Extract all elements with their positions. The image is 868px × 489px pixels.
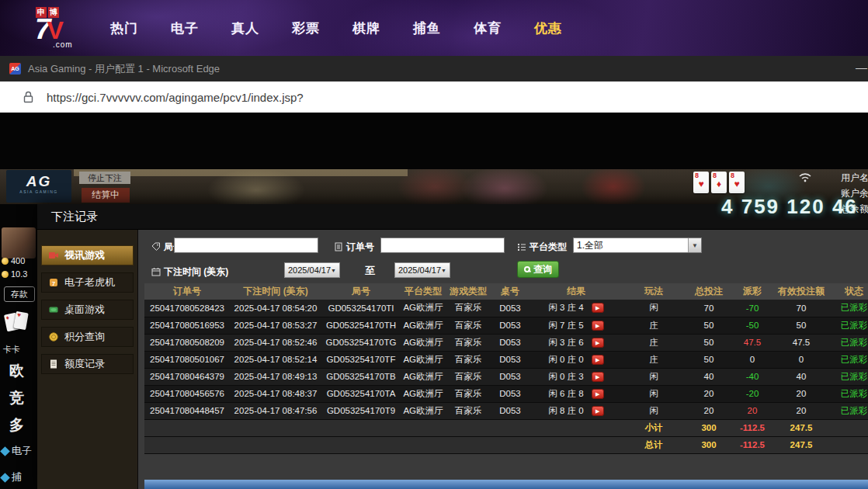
browser-urlbar[interactable]: https://gci.7vvvvvv.com/agingame/pcv1/in… bbox=[0, 82, 868, 113]
cell-valid: 40 bbox=[772, 368, 831, 385]
cell-game: 百家乐 bbox=[446, 300, 491, 317]
replay-button[interactable]: ▶ bbox=[592, 338, 604, 348]
nav-item-board[interactable]: 棋牌 bbox=[352, 19, 380, 37]
nav-item-sports[interactable]: 体育 bbox=[474, 19, 502, 37]
site-logo[interactable]: 申 博 7 V .com bbox=[34, 7, 92, 50]
lobby-left-sidebar: 400 10.3 存款 ♦ ♥ 卡卡 欧 竞 多 电子 捕 bbox=[0, 221, 37, 489]
cell-platform: AG欧洲厅 bbox=[401, 402, 446, 419]
chevron-down-icon: ▼ bbox=[688, 238, 701, 252]
cell-play: 庄 bbox=[623, 334, 685, 351]
cell-valid: 50 bbox=[772, 317, 831, 334]
bet-row: 2504170805284232025-04-17 08:54:20GD0532… bbox=[144, 300, 868, 317]
cell-valid: 47.5 bbox=[772, 334, 831, 351]
bet-row: 2504170805169532025-04-17 08:53:27GD0532… bbox=[144, 317, 868, 334]
cell-time: 2025-04-17 08:48:37 bbox=[230, 385, 321, 402]
ag-logo-text: AG bbox=[6, 174, 71, 189]
logo-v: V bbox=[47, 18, 64, 43]
column-header: 结果 bbox=[529, 283, 623, 300]
replay-button[interactable]: ▶ bbox=[592, 389, 604, 399]
url-text[interactable]: https://gci.7vvvvvv.com/agingame/pcv1/in… bbox=[47, 91, 304, 104]
points-coin-icon bbox=[48, 331, 59, 342]
panel-footer-bar bbox=[144, 480, 868, 489]
bet-row: 2504170805010672025-04-17 08:52:14GD0532… bbox=[144, 351, 868, 368]
total-bet: 300 bbox=[685, 436, 733, 453]
cell-play: 闲 bbox=[623, 402, 685, 419]
sidebar-item-slot-machine[interactable]: 7 电子老虎机 bbox=[41, 272, 134, 293]
cell-play: 庄 bbox=[623, 317, 685, 334]
lock-icon[interactable] bbox=[23, 91, 33, 103]
panel-body: 视讯游戏 7 电子老虎机 桌面游戏 积分查询 额度记录 bbox=[37, 230, 868, 489]
subtotal-valid: 247.5 bbox=[772, 419, 831, 436]
column-header: 派彩 bbox=[733, 283, 772, 300]
subtotal-row: 小计 300 -112.5 247.5 bbox=[144, 419, 868, 436]
nav-item-live[interactable]: 真人 bbox=[231, 19, 259, 37]
nav-item-slots[interactable]: 电子 bbox=[171, 19, 199, 37]
calendar-icon bbox=[151, 267, 161, 276]
search-button[interactable]: 查询 bbox=[517, 261, 559, 278]
cell-bet: 20 bbox=[685, 385, 733, 402]
cell-bet: 40 bbox=[685, 368, 733, 385]
replay-button[interactable]: ▶ bbox=[592, 355, 604, 365]
screen: 申 博 7 V .com 热门 电子 真人 彩票 棋牌 捕鱼 体育 优惠 AG … bbox=[0, 0, 868, 489]
bet-row: 2504170804643792025-04-17 08:49:13GD0532… bbox=[144, 368, 868, 385]
cell-round: GD053254170TI bbox=[321, 300, 401, 317]
panel-sidebar: 视讯游戏 7 电子老虎机 桌面游戏 积分查询 额度记录 bbox=[37, 230, 138, 489]
cell-play: 闲 bbox=[623, 385, 685, 402]
replay-button[interactable]: ▶ bbox=[592, 372, 604, 382]
minimize-button[interactable]: — bbox=[856, 61, 868, 74]
replay-button[interactable]: ▶ bbox=[592, 321, 604, 331]
nav-item-lottery[interactable]: 彩票 bbox=[292, 19, 320, 37]
table-totals: 小计 300 -112.5 247.5 总计 300 -112.5 247.5 bbox=[144, 419, 868, 453]
lobby-nav-item[interactable]: 捕 bbox=[2, 470, 22, 484]
cell-payout: -40 bbox=[733, 368, 772, 385]
sidebar-item-points-query[interactable]: 积分查询 bbox=[41, 327, 134, 347]
window-title: Asia Gaming - 用户配置 1 - Microsoft Edge bbox=[28, 62, 220, 76]
date-from-picker[interactable]: 2025/04/17 ▼ bbox=[284, 262, 340, 278]
column-header: 平台类型 bbox=[401, 283, 446, 300]
date-to-picker[interactable]: 2025/04/17 ▼ bbox=[394, 262, 450, 278]
cell-time: 2025-04-17 08:54:20 bbox=[230, 300, 321, 317]
cell-round: GD053254170TG bbox=[321, 334, 401, 351]
balance-value: 10.3 bbox=[11, 269, 27, 279]
sidebar-item-table-games[interactable]: 桌面游戏 bbox=[41, 300, 134, 320]
settling-label: 结算中 bbox=[82, 188, 130, 203]
cell-game: 百家乐 bbox=[446, 317, 491, 334]
replay-button[interactable]: ▶ bbox=[592, 406, 604, 416]
nav-item-promo[interactable]: 优惠 bbox=[534, 19, 562, 37]
cell-status: 已派彩 bbox=[831, 385, 868, 402]
round-number-input[interactable] bbox=[174, 238, 318, 253]
platform-type-select[interactable]: 1.全部 ▼ bbox=[573, 238, 702, 253]
nav-item-fishing[interactable]: 捕鱼 bbox=[413, 19, 441, 37]
column-header: 游戏类型 bbox=[446, 283, 491, 300]
playing-card: 8 ♥ bbox=[729, 172, 745, 193]
lobby-nav-item[interactable]: 欧 bbox=[9, 361, 24, 381]
column-header: 桌号 bbox=[491, 283, 529, 300]
cell-time: 2025-04-17 08:47:56 bbox=[230, 402, 321, 419]
bet-row: 2504170804484572025-04-17 08:47:56GD0532… bbox=[144, 402, 868, 419]
cell-round: GD053254170TH bbox=[321, 317, 401, 334]
lobby-nav-item[interactable]: 竞 bbox=[9, 388, 24, 408]
column-header: 玩法 bbox=[623, 283, 685, 300]
deposit-button[interactable]: 存款 bbox=[4, 286, 35, 302]
platform-filter-label: 平台类型 bbox=[517, 239, 567, 255]
replay-button[interactable]: ▶ bbox=[592, 303, 604, 313]
lobby-nav-item[interactable]: 电子 bbox=[2, 444, 32, 458]
lobby-nav-item[interactable]: 多 bbox=[9, 415, 24, 435]
avatar[interactable] bbox=[2, 227, 36, 258]
order-number-input[interactable] bbox=[380, 238, 505, 253]
cell-valid: 70 bbox=[772, 300, 831, 317]
cell-table: D053 bbox=[491, 385, 529, 402]
jackpot-counter: 4 759 120 46 bbox=[721, 195, 858, 219]
cell-result: 闲 0 庄 3▶ bbox=[529, 368, 623, 385]
sidebar-item-video-games[interactable]: 视讯游戏 bbox=[41, 245, 134, 265]
cell-result: 闲 3 庄 6▶ bbox=[529, 334, 623, 351]
cell-platform: AG欧洲厅 bbox=[401, 300, 446, 317]
cell-order: 250417080448457 bbox=[144, 402, 230, 419]
cell-order: 250417080508209 bbox=[144, 334, 230, 351]
platform-list-icon bbox=[517, 242, 526, 251]
sidebar-item-quota-records[interactable]: 额度记录 bbox=[41, 354, 134, 374]
cell-result: 闲 3 庄 4▶ bbox=[529, 300, 623, 317]
cell-bet: 50 bbox=[685, 351, 733, 368]
nav-item-hot[interactable]: 热门 bbox=[110, 19, 138, 37]
cell-valid: 20 bbox=[772, 402, 831, 419]
